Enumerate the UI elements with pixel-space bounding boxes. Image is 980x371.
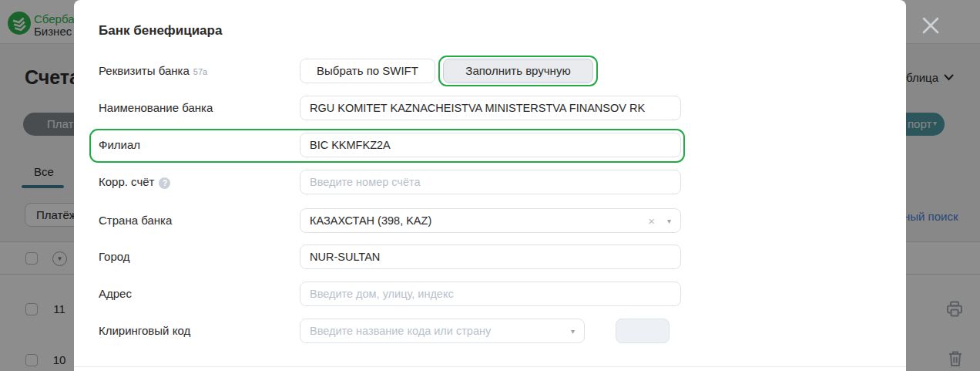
modal-title: Банк бенефициара xyxy=(99,23,222,39)
bank-name-input[interactable] xyxy=(300,96,681,120)
fill-manually-button[interactable]: Заполнить вручную xyxy=(443,59,593,83)
clear-icon[interactable]: × xyxy=(648,214,655,228)
corr-account-input[interactable] xyxy=(300,170,681,194)
branch-label: Филиал xyxy=(99,133,140,157)
modal-footer-divider xyxy=(74,366,906,367)
bank-country-label: Страна банка xyxy=(99,208,172,233)
requisites-label: Реквизиты банка57a xyxy=(99,59,207,84)
dropdown-caret-icon[interactable]: ▾ xyxy=(667,217,671,225)
city-label: Город xyxy=(99,245,130,269)
city-input[interactable] xyxy=(300,245,681,269)
corr-account-label-text: Корр. счёт xyxy=(99,175,154,188)
dropdown-caret-icon[interactable]: ▾ xyxy=(571,327,575,336)
close-icon[interactable] xyxy=(919,14,942,37)
clearing-code-value-input xyxy=(616,319,670,343)
address-label: Адрес xyxy=(99,282,132,306)
corr-account-label: Корр. счёт? xyxy=(99,170,170,194)
screen: Сберба Бизнес Счета и Плат Все Платёж ▼ … xyxy=(0,0,980,371)
branch-input[interactable] xyxy=(300,133,681,157)
bank-country-value: КАЗАХСТАН (398, KAZ) xyxy=(310,214,648,227)
swift-tag-57a: 57a xyxy=(193,67,207,76)
clearing-code-select[interactable]: Введите название кода или страну ▾ xyxy=(300,319,585,343)
clearing-code-label: Клиринговый код xyxy=(99,319,190,343)
choose-by-swift-button[interactable]: Выбрать по SWIFT xyxy=(300,59,435,83)
bank-country-select[interactable]: КАЗАХСТАН (398, KAZ) × ▾ xyxy=(300,208,681,233)
help-icon[interactable]: ? xyxy=(159,177,170,189)
address-input[interactable] xyxy=(300,282,681,306)
requisites-label-text: Реквизиты банка xyxy=(99,64,190,77)
beneficiary-bank-modal: Банк бенефициара Реквизиты банка57a Выбр… xyxy=(74,0,906,371)
clearing-code-placeholder: Введите название кода или страну xyxy=(310,325,571,337)
bank-name-label: Наименование банка xyxy=(99,96,213,120)
